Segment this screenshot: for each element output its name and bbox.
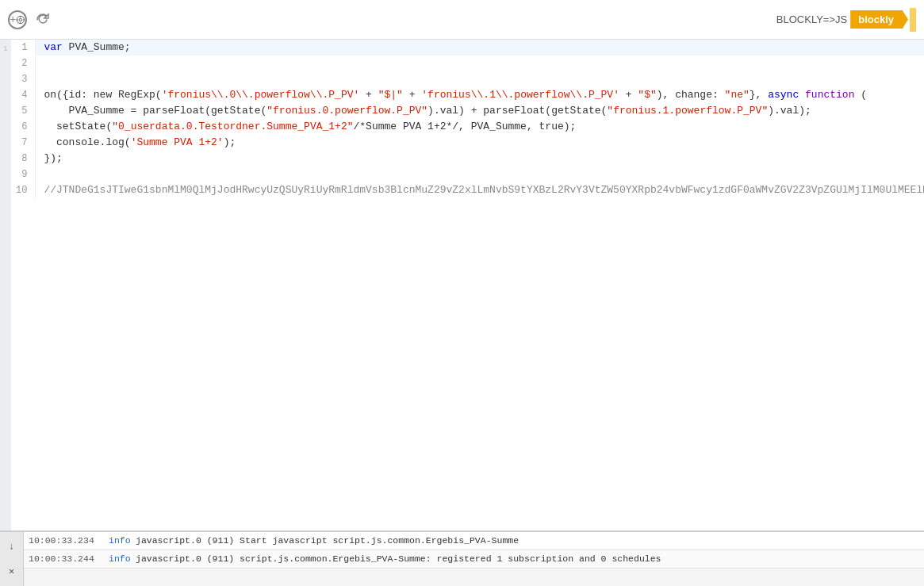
line-content[interactable]: }); <box>36 151 924 167</box>
line-number: 6 <box>11 119 36 135</box>
str-token: "fronius.0.powerflow.P_PV" <box>266 105 427 117</box>
plain-token: }, <box>750 89 768 101</box>
line-content[interactable]: var PVA_Summe; <box>36 40 924 56</box>
table-row: 9 <box>11 167 924 182</box>
toolbar-right: BLOCKLY=>JS blockly <box>776 8 916 32</box>
log-row: 10:00:33.234infojavascript.0 (911) Start… <box>24 532 924 550</box>
target-icon[interactable] <box>8 10 27 29</box>
plain-token: + <box>403 89 421 101</box>
line-number: 4 <box>11 87 36 103</box>
line-number: 5 <box>11 103 36 119</box>
line-number: 1 <box>11 40 36 56</box>
line-number: 3 <box>11 71 36 87</box>
gutter-num-1: 1 <box>3 41 7 57</box>
log-message: javascript.0 (911) Start javascript scri… <box>136 534 519 548</box>
refresh-icon[interactable] <box>33 10 52 29</box>
log-level: info <box>109 552 131 566</box>
log-toolbar: ↓ ✕ <box>0 532 24 586</box>
log-message: javascript.0 (911) script.js.common.Erge… <box>136 552 661 566</box>
table-row: 8}); <box>11 151 924 167</box>
blockly-arrow-label: BLOCKLY=>JS <box>776 13 850 25</box>
line-number: 9 <box>11 167 36 182</box>
line-number: 8 <box>11 151 36 167</box>
str-token: "ne" <box>725 89 750 101</box>
table-row: 5 PVA_Summe = parseFloat(getState("froni… <box>11 103 924 119</box>
plain-token: ( <box>854 89 867 101</box>
comment-token: //JTNDeG1sJTIweG1sbnMlM0QlMjJodHRwcyUzQS… <box>44 184 924 196</box>
plain-token: PVA_Summe = parseFloat(getState( <box>44 105 266 117</box>
code-table: 1var PVA_Summe;2 3 4on({id: new RegExp('… <box>11 40 924 198</box>
plain-token: on({id: new RegExp( <box>44 89 161 101</box>
log-area: ↓ ✕ 10:00:33.234infojavascript.0 (911) S… <box>0 530 924 586</box>
table-row: 4on({id: new RegExp('fronius\\.0\\.power… <box>11 87 924 103</box>
str-token: 'Summe PVA 1+2' <box>131 136 224 148</box>
log-time: 10:00:33.244 <box>29 552 104 566</box>
plain-token: console.log( <box>44 136 130 148</box>
main-container: BLOCKLY=>JS blockly 1 1var PVA_Summe;2 3… <box>0 0 924 586</box>
kw2-token: function <box>805 89 854 101</box>
plain-token: /*Summe PVA 1+2*/, PVA_Summe, true); <box>353 121 576 132</box>
line-content[interactable] <box>36 56 924 71</box>
plain-token: ), change: <box>657 89 725 101</box>
plain-token: ).val) + parseFloat(getState( <box>427 105 607 117</box>
svg-point-1 <box>19 18 21 21</box>
plain-token <box>799 89 805 101</box>
kw-token: var <box>44 41 62 53</box>
line-number: 7 <box>11 135 36 151</box>
plain-token: }); <box>44 152 62 164</box>
yellow-stripe <box>910 8 916 32</box>
plain-token: PVA_Summe; <box>63 41 131 53</box>
table-row: 10//JTNDeG1sJTIweG1sbnMlM0QlMjJodHRwcyUz… <box>11 182 924 198</box>
plain-token: ).val); <box>768 105 811 117</box>
plain-token: setState( <box>44 121 112 132</box>
table-row: 7 console.log('Summe PVA 1+2'); <box>11 135 924 151</box>
line-content[interactable]: //JTNDeG1sJTIweG1sbnMlM0QlMjJodHRwcyUzQS… <box>36 182 924 198</box>
table-row: 2 <box>11 56 924 71</box>
line-number: 2 <box>11 56 36 71</box>
str-token: 'fronius\\.0\\.powerflow\\.P_PV' <box>162 89 360 101</box>
toolbar: BLOCKLY=>JS blockly <box>0 0 924 40</box>
str-token: "$" <box>638 89 656 101</box>
plain-token: + <box>619 89 638 101</box>
table-row: 3 <box>11 71 924 87</box>
line-content[interactable]: console.log('Summe PVA 1+2'); <box>36 135 924 151</box>
table-row: 1var PVA_Summe; <box>11 40 924 56</box>
line-content[interactable] <box>36 71 924 87</box>
line-content[interactable]: on({id: new RegExp('fronius\\.0\\.powerf… <box>36 87 924 103</box>
log-clear-icon[interactable]: ✕ <box>5 564 19 578</box>
str-token: 'fronius\\.1\\.powerflow\\.P_PV' <box>421 89 619 101</box>
line-number: 10 <box>11 182 36 198</box>
toolbar-left <box>8 10 52 29</box>
log-row: 10:00:33.244infojavascript.0 (911) scrip… <box>24 550 924 569</box>
log-entries: 10:00:33.234infojavascript.0 (911) Start… <box>24 532 924 569</box>
kw-token: async <box>768 89 799 101</box>
line-content[interactable]: PVA_Summe = parseFloat(getState("fronius… <box>36 103 924 119</box>
str-token: "$|" <box>378 89 403 101</box>
blockly-button[interactable]: blockly <box>850 10 908 29</box>
plain-token: ); <box>224 136 236 148</box>
content-area: 1 1var PVA_Summe;2 3 4on({id: new RegExp… <box>0 40 924 530</box>
line-content[interactable] <box>36 167 924 182</box>
left-gutter: 1 <box>0 40 11 530</box>
log-time: 10:00:33.234 <box>29 534 104 548</box>
line-content[interactable]: setState("0_userdata.0.Testordner.Summe_… <box>36 119 924 135</box>
code-editor[interactable]: 1var PVA_Summe;2 3 4on({id: new RegExp('… <box>11 40 924 530</box>
log-down-icon[interactable]: ↓ <box>5 540 19 554</box>
str-token: "0_userdata.0.Testordner.Summe_PVA_1+2" <box>112 121 353 132</box>
plain-token: + <box>359 89 378 101</box>
table-row: 6 setState("0_userdata.0.Testordner.Summ… <box>11 119 924 135</box>
str-token: "fronius.1.powerflow.P_PV" <box>607 105 768 117</box>
log-level: info <box>109 534 131 548</box>
